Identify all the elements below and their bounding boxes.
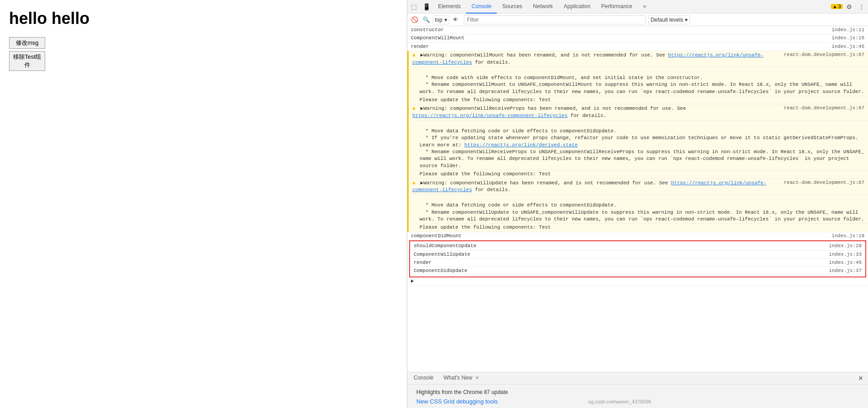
console-output: constructor index.js:11 ComponentWillMou…: [407, 26, 868, 372]
devtools-topbar: ⬚ 📱 Elements Console Sources Network App…: [407, 0, 868, 14]
console-filter-input[interactable]: [464, 15, 646, 24]
console-file-link[interactable]: react-dom.development.js:67: [784, 52, 864, 58]
eye-icon[interactable]: 👁: [450, 14, 461, 25]
warning-icon-3: ▲: [412, 180, 415, 186]
drawer-tab-whats-new[interactable]: What's New ✕: [439, 372, 484, 384]
console-text: constructor: [411, 27, 828, 33]
modify-msg-button[interactable]: 修改msg: [9, 37, 45, 49]
console-line-shouldcomponentupdate: shouldComponentUpdate index.js:28: [410, 242, 865, 250]
console-warning-3-update: Please update the following components: …: [407, 224, 868, 232]
console-text: ComponentWillMount: [411, 35, 828, 42]
drawer-tab-console[interactable]: Console: [409, 372, 438, 384]
console-file-link-cwu[interactable]: index.js:33: [829, 251, 862, 258]
bottom-drawer: Console What's New ✕ ✕ Highlights from t…: [407, 372, 868, 408]
console-line-constructor: constructor index.js:11: [407, 26, 868, 34]
console-file-link-render2[interactable]: index.js:45: [829, 259, 862, 266]
new-css-grid-row: New CSS Grid debugging tools og.csdn.net…: [413, 397, 863, 406]
device-icon[interactable]: 📱: [420, 0, 433, 13]
tab-more[interactable]: »: [638, 0, 652, 14]
bottom-url: og.csdn.net/weixin_4376096: [588, 399, 651, 404]
console-line-expand[interactable]: ▶: [407, 277, 868, 286]
console-warning-3: ▲ ▶Warning: componentWillUpdate has been…: [407, 179, 868, 195]
console-file-link-cdu[interactable]: index.js:37: [829, 267, 862, 274]
highlights-title: Highlights from the Chrome 87 update: [416, 389, 508, 395]
console-warning-text-2: ▲ ▶Warning: componentWillReceiveProps ha…: [412, 105, 780, 119]
console-text-render2: render: [414, 259, 825, 266]
console-file-link-3[interactable]: react-dom.development.js:67: [784, 179, 864, 186]
console-warning-1: ▲ ▶Warning: componentWillMount has been …: [407, 51, 868, 67]
console-line-componentwillupdate: ComponentWillUpdate index.js:33: [410, 251, 865, 259]
warning-icon: ▲: [412, 52, 415, 58]
warning-badge: ▲ 3: [831, 4, 843, 9]
console-warning-update-text-2: Please update the following components: …: [412, 171, 864, 178]
bottom-drawer-tabs: Console What's New ✕ ✕: [407, 372, 868, 385]
tab-performance[interactable]: Performance: [596, 0, 638, 14]
page-title: hello hello: [9, 9, 398, 28]
close-drawer-button[interactable]: ✕: [855, 373, 866, 384]
chevron-down-icon: ▾: [444, 17, 447, 23]
console-warning-2-update: Please update the following components: …: [407, 170, 868, 178]
console-file-link[interactable]: index.js:11: [831, 27, 864, 33]
remove-test-button[interactable]: 移除Test组件: [9, 51, 45, 71]
console-warning-body-3: * Move data fetching code or side effect…: [412, 195, 864, 223]
clear-console-button[interactable]: 🚫: [409, 14, 420, 25]
settings-icon[interactable]: ⚙: [843, 0, 855, 13]
console-line-render2: render index.js:45: [410, 259, 865, 267]
console-line-render1: render index.js:45: [407, 43, 868, 51]
console-line-componentdidmount: componentDidMount index.js:19: [407, 232, 868, 240]
console-warning-2-body: * Move data fetching code or side effect…: [407, 121, 868, 171]
warning-icon-2: ▲: [412, 105, 415, 112]
console-toolbar: 🚫 🔍 top ▾ 👁 Default levels ▾: [407, 14, 868, 26]
console-warning-update-text: Please update the following components: …: [412, 97, 864, 103]
tab-sources[interactable]: Sources: [497, 0, 528, 14]
devtools-panel: ⬚ 📱 Elements Console Sources Network App…: [407, 0, 868, 408]
console-file-link-2[interactable]: react-dom.development.js:67: [784, 105, 864, 112]
console-warning-text: ▲ ▶Warning: componentWillMount has been …: [412, 52, 780, 66]
console-text-cdu: ComponentDidUpdate: [414, 267, 825, 274]
console-text-cwu: ComponentWillUpdate: [414, 251, 825, 258]
unsafe-lifecycle-link-3[interactable]: https://reactjs.org/link/unsafe-componen…: [412, 180, 767, 193]
console-warning-text-3: ▲ ▶Warning: componentWillUpdate has been…: [412, 179, 780, 194]
console-file-link[interactable]: index.js:45: [831, 43, 864, 50]
console-file-link[interactable]: index.js:15: [831, 35, 864, 42]
unsafe-lifecycle-link-2[interactable]: https://reactjs.org/link/unsafe-componen…: [412, 113, 567, 118]
console-highlight-box: shouldComponentUpdate index.js:28 Compon…: [409, 240, 866, 277]
tab-application[interactable]: Application: [558, 0, 596, 14]
console-warning-body: * Move code with side effects to compone…: [412, 67, 864, 95]
derived-state-link[interactable]: https://reactjs.org/link/derived-state: [464, 142, 578, 148]
console-warning-1-update: Please update the following components: …: [407, 96, 868, 104]
console-warning-body-2: * Move data fetching code or side effect…: [412, 121, 864, 170]
console-line-componentwillmount: ComponentWillMount index.js:15: [407, 34, 868, 42]
more-options-icon[interactable]: ⋮: [855, 0, 868, 13]
tab-network[interactable]: Network: [528, 0, 558, 14]
close-whats-new-button[interactable]: ✕: [475, 375, 479, 381]
filter-icon[interactable]: 🔍: [421, 14, 432, 25]
tab-console[interactable]: Console: [466, 0, 497, 14]
console-file-link-didmount[interactable]: index.js:19: [831, 233, 864, 239]
console-text-should: shouldComponentUpdate: [414, 243, 825, 249]
inspect-icon[interactable]: ⬚: [407, 0, 420, 13]
default-levels-dropdown[interactable]: Default levels ▾: [648, 15, 689, 24]
highlights-row: Highlights from the Chrome 87 update: [413, 387, 863, 397]
unsafe-lifecycle-link[interactable]: https://reactjs.org/link/unsafe-componen…: [412, 52, 764, 65]
new-css-grid-link[interactable]: New CSS Grid debugging tools: [416, 398, 498, 405]
console-file-link-should[interactable]: index.js:28: [829, 243, 862, 249]
console-warning-update-text-3: Please update the following components: …: [412, 224, 864, 231]
console-line-componentdidupdate: ComponentDidUpdate index.js:37: [410, 267, 865, 275]
tab-elements[interactable]: Elements: [433, 0, 466, 14]
left-panel: hello hello 修改msg 移除Test组件: [0, 0, 407, 408]
bottom-drawer-content: Highlights from the Chrome 87 update New…: [407, 385, 868, 408]
expand-arrow: ▶: [411, 278, 864, 285]
console-warning-2: ▲ ▶Warning: componentWillReceiveProps ha…: [407, 104, 868, 120]
console-warning-1-body: * Move code with side effects to compone…: [407, 67, 868, 96]
console-text-componentdidmount: componentDidMount: [411, 233, 828, 239]
console-text: render: [411, 43, 828, 50]
console-warning-3-body: * Move data fetching code or side effect…: [407, 195, 868, 224]
top-context-select[interactable]: top ▾: [433, 15, 449, 24]
